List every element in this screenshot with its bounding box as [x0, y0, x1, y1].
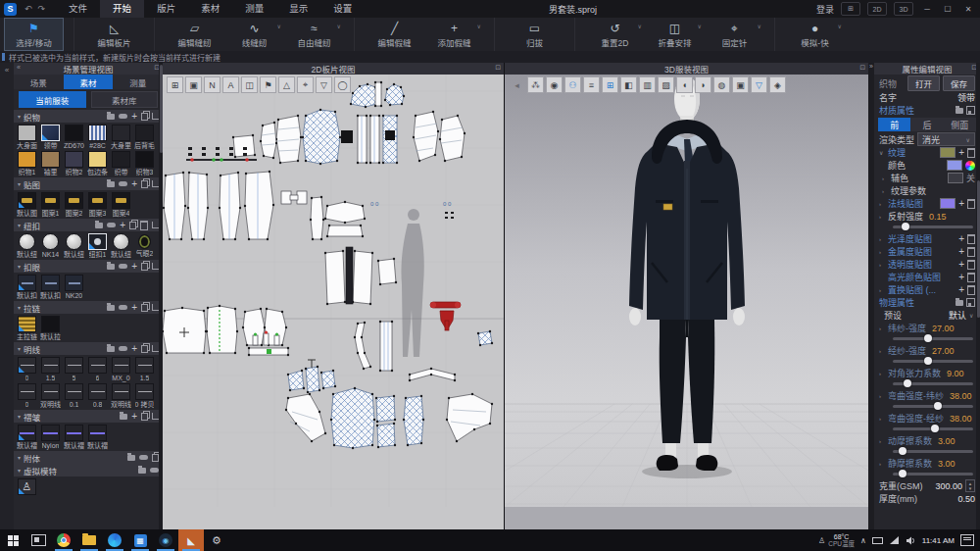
material-item[interactable]: 双明线 — [111, 383, 131, 409]
touchpad-tray-icon[interactable] — [872, 536, 883, 545]
material-item[interactable]: 6 — [87, 357, 108, 382]
material-item[interactable]: 默认纽 — [17, 233, 37, 259]
blue-app-taskbar-icon[interactable]: ▦ — [127, 529, 153, 551]
task-view-button[interactable] — [25, 529, 51, 551]
slider-knob[interactable] — [924, 334, 932, 342]
fit-view-icon[interactable]: ⊞ — [167, 76, 183, 93]
style3d-taskbar-icon[interactable]: ◣ — [178, 529, 204, 551]
section-header-拉链[interactable]: ▾拉链+ — [14, 301, 163, 314]
folder-icon[interactable] — [120, 414, 127, 420]
expand-arrow-icon[interactable]: › — [879, 262, 885, 268]
collapse-arrow-icon[interactable]: ▾ — [18, 180, 21, 187]
tool-reset-2d[interactable]: ↺重置2D∨ — [585, 18, 645, 51]
corner-icon[interactable] — [152, 222, 159, 228]
garment-b-icon[interactable]: ◗ — [695, 76, 711, 93]
weight-stepper[interactable]: ▴▾ — [965, 479, 975, 492]
material-item[interactable]: 默认扣 — [17, 275, 37, 300]
expand-arrow-icon[interactable]: › — [879, 438, 885, 444]
network-tray-icon[interactable] — [889, 536, 900, 545]
copy-icon[interactable] — [141, 113, 148, 121]
material-swatch[interactable] — [65, 125, 83, 141]
maximize-button[interactable]: ☐ — [941, 3, 955, 15]
physics-slider-0-slider[interactable] — [893, 337, 973, 340]
save-icon[interactable] — [966, 106, 975, 115]
cloud-icon[interactable] — [119, 346, 127, 351]
save-button[interactable]: 保存 — [943, 75, 975, 91]
corner-icon[interactable] — [152, 304, 159, 311]
lasso-icon[interactable]: ◯ — [334, 76, 351, 93]
copy-icon[interactable] — [141, 180, 148, 188]
material-swatch[interactable] — [66, 233, 82, 250]
undo-icon[interactable]: ↶ — [24, 4, 32, 14]
section-header-褶皱[interactable]: ▾褶皱+ — [14, 410, 163, 423]
section-header-附体[interactable]: ▾附体 — [14, 451, 163, 464]
material-item[interactable]: 织带 — [111, 151, 131, 176]
plus-icon[interactable]: + — [131, 345, 137, 352]
slider-knob[interactable] — [899, 447, 906, 455]
flag-icon[interactable]: ⚑ — [260, 76, 276, 93]
cpu-temp-widget[interactable]: ♙ 68°C CPU温度 — [818, 533, 855, 547]
app-logo-icon[interactable]: S — [4, 3, 17, 16]
tab-素材[interactable]: 素材 — [64, 75, 114, 89]
collapse-panel-icon[interactable]: « — [17, 64, 21, 71]
tab-测量[interactable]: 测量 — [113, 75, 163, 89]
material-item[interactable]: 默认扣 — [40, 275, 61, 300]
material-swatch[interactable] — [18, 357, 36, 374]
material-item[interactable]: #28C — [87, 125, 108, 150]
pattern-piece[interactable] — [352, 250, 373, 305]
material-item[interactable]: 1.5 — [134, 357, 155, 382]
copy-icon[interactable] — [141, 304, 148, 312]
material-swatch[interactable] — [41, 151, 60, 168]
material-item[interactable]: 气眼2 — [134, 233, 155, 259]
pin-icon[interactable]: ⊡ — [495, 64, 501, 72]
material-swatch[interactable] — [88, 125, 107, 141]
add-icon[interactable]: + — [958, 149, 964, 156]
marquee-icon[interactable]: ▽ — [751, 76, 767, 93]
material-swatch[interactable] — [88, 233, 107, 250]
tool-edit-baste[interactable]: ╱编辑假缝 — [365, 18, 424, 51]
add-icon[interactable]: + — [958, 200, 964, 207]
material-swatch[interactable] — [18, 192, 36, 209]
copy-icon[interactable] — [129, 222, 136, 229]
material-item[interactable]: 主拉链 — [17, 316, 37, 341]
plus-icon[interactable]: + — [131, 413, 137, 420]
material-swatch[interactable] — [41, 275, 60, 291]
pattern-piece[interactable] — [376, 423, 396, 448]
material-swatch[interactable] — [88, 357, 107, 374]
tool-free-sewing[interactable]: ≈自由缝纫∨ — [284, 18, 344, 51]
avatar-display-icon[interactable]: ⚇ — [564, 76, 581, 93]
pattern-piece[interactable] — [206, 305, 238, 354]
trash-icon[interactable] — [967, 273, 975, 282]
material-item[interactable]: 0.8 — [87, 383, 108, 409]
material-swatch[interactable] — [88, 383, 107, 400]
material-swatch[interactable] — [113, 233, 129, 250]
folder-icon[interactable] — [95, 223, 103, 228]
subtab-当前服装[interactable]: 当前服装 — [19, 91, 86, 108]
material-swatch[interactable] — [65, 425, 83, 441]
pattern-piece[interactable] — [377, 258, 397, 285]
layout-view-button[interactable]: ⊞ — [841, 2, 860, 16]
cloud-icon[interactable] — [119, 181, 127, 186]
garment-a-icon[interactable]: ◖ — [676, 76, 693, 93]
notification-center-icon[interactable] — [960, 534, 974, 546]
material-swatch[interactable] — [18, 316, 36, 332]
pin-icon[interactable]: ⊡ — [859, 64, 865, 72]
pattern-piece[interactable] — [357, 115, 368, 164]
material-swatch[interactable] — [18, 151, 36, 168]
corner-icon[interactable] — [152, 113, 159, 120]
material-item[interactable]: 纽扣1 — [87, 233, 108, 259]
slider-knob[interactable] — [924, 357, 932, 365]
material-item[interactable]: 图案1 — [40, 192, 61, 218]
pattern-outline-icon[interactable]: ◫ — [241, 76, 258, 93]
material-item[interactable]: 织物1 — [17, 151, 37, 176]
slider-knob[interactable] — [931, 425, 939, 432]
chrome-taskbar-icon[interactable] — [51, 529, 76, 551]
map-row[interactable]: ›透明度贴图+ — [874, 258, 980, 271]
tool-select-move[interactable]: ⚑选择/移动 — [4, 18, 64, 51]
folder-icon[interactable] — [127, 455, 135, 461]
cloud-icon[interactable] — [119, 114, 127, 119]
tool-pin[interactable]: ⌖固定针∨ — [705, 18, 764, 51]
chevron-down-icon[interactable]: ∨ — [969, 312, 975, 319]
material-item[interactable]: 图案3 — [87, 192, 108, 218]
slider-knob[interactable] — [904, 379, 911, 387]
